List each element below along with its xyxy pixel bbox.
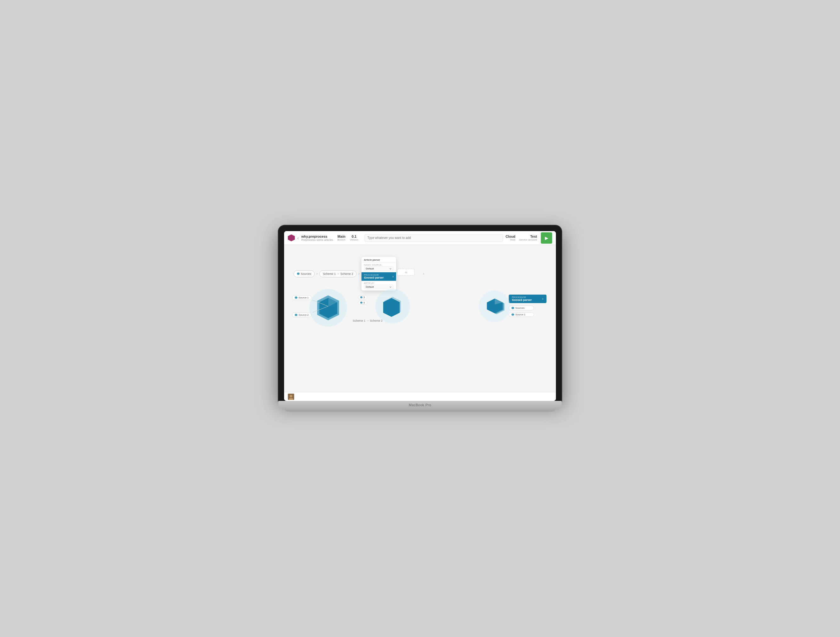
hex-circle-center [375, 289, 410, 323]
scheme-center-text: Scheme 1 → Scheme 2 [353, 319, 382, 322]
laptop-foot [285, 408, 555, 412]
pipeline-row: Sources › Scheme 1 → Scheme 2 › [294, 257, 424, 290]
pipeline-arrow-1: › [316, 272, 317, 276]
mini-badge-2[interactable]: S [358, 301, 367, 305]
branch-name: Main [338, 235, 346, 238]
right-source1-label: Source 1 [515, 313, 526, 316]
laptop-base: MacBook Pro [278, 401, 562, 408]
processor-section[interactable]: PROCESSOR Goose3 parser › [362, 272, 396, 281]
source1-cluster: Source 1 [292, 295, 311, 302]
search-input[interactable] [365, 234, 503, 242]
source1-node[interactable]: Source 1 [292, 295, 311, 300]
project-name: why.preprocess [302, 235, 333, 238]
canvas: Sources › Scheme 1 → Scheme 2 › [284, 245, 556, 392]
article-label: ARTICLE [364, 282, 393, 284]
hex-circle-left [309, 289, 347, 327]
sources-node[interactable]: Sources [294, 270, 314, 278]
host-info: Cloud Host [505, 235, 515, 241]
right-processor-inner: PROCESSOR Goose3 parser [512, 296, 532, 301]
pipeline-arrow-2: › [358, 272, 359, 276]
news-source-label: NEWS SOURCE [364, 264, 393, 266]
article-value: Default [366, 285, 374, 288]
news-source-value: Default [366, 267, 374, 270]
right-processor-name: Goose3 parser [512, 298, 532, 301]
right-processor-label: PROCESSOR [512, 296, 532, 298]
scheme2-label: Scheme 2 [340, 272, 353, 276]
right-source1-node[interactable]: Source 1 [509, 312, 534, 317]
project-subtitle: Preprocess some articles [302, 238, 333, 241]
right-source1-icon [512, 314, 514, 316]
scheme-center-label: Scheme 1 → Scheme 2 [353, 317, 382, 323]
popup-title: Article parser [362, 257, 396, 263]
sources-label: Sources [301, 272, 311, 276]
scheme1-label: Scheme 1 [323, 272, 336, 276]
laptop: ‹ why.preprocess Preprocess some article… [278, 225, 562, 412]
processor-inner: PROCESSOR Goose3 parser [364, 274, 384, 279]
source2-node[interactable]: Source 2 [292, 312, 311, 317]
scheme-arrow: → [336, 272, 339, 276]
add-node-button[interactable]: + [397, 269, 415, 276]
app-logo[interactable] [288, 235, 295, 241]
scheme-node[interactable]: Scheme 1 → Scheme 2 [319, 270, 357, 278]
laptop-screen: ‹ why.preprocess Preprocess some article… [284, 231, 556, 401]
svg-point-15 [290, 395, 292, 397]
version-label: Version [350, 238, 358, 241]
topbar-right: Cloud Host Test Service account [505, 232, 552, 244]
mini-badge-1[interactable]: S [358, 295, 367, 299]
mini-badges: S S [358, 295, 367, 305]
popup-area: Article parser NEWS SOURCE Default [362, 257, 396, 290]
processor-arrow-icon: › [392, 275, 393, 278]
branch-label: Branch [338, 238, 346, 241]
popup-card: Article parser NEWS SOURCE Default [362, 257, 396, 290]
source2-icon [295, 314, 297, 316]
mini-badge-icon-2 [360, 301, 362, 304]
right-processor-arrow-icon: › [542, 297, 543, 301]
project-info: why.preprocess Preprocess some articles [302, 235, 333, 241]
news-source-field[interactable]: Default [364, 266, 393, 271]
topbar: ‹ why.preprocess Preprocess some article… [284, 231, 556, 245]
bottom-bar [284, 392, 556, 401]
screen-bezel: ‹ why.preprocess Preprocess some article… [278, 225, 562, 401]
app-container: ‹ why.preprocess Preprocess some article… [284, 231, 556, 401]
news-source-section: NEWS SOURCE Default [362, 263, 396, 272]
source1-label: Source 1 [298, 296, 309, 299]
host-label: Host [510, 238, 515, 241]
source1-icon [295, 296, 297, 299]
sources-icon [297, 273, 300, 275]
right-processor-area: PROCESSOR Goose3 parser › Sources [509, 295, 546, 319]
hex-circle-right [479, 290, 510, 322]
right-sources-label: Sources [515, 307, 524, 309]
back-button[interactable]: ‹ [297, 235, 299, 241]
host-value: Cloud [505, 235, 515, 238]
right-processor-card[interactable]: PROCESSOR Goose3 parser › [509, 295, 546, 303]
mini-badge-label-1: S [363, 296, 365, 299]
right-sources-icon [512, 307, 514, 309]
version-value: 0.1 [352, 235, 357, 238]
right-sources-node[interactable]: Sources [509, 306, 534, 310]
source2-label: Source 2 [298, 314, 309, 316]
account-value: Test [530, 235, 537, 238]
pipeline-arrow-3: › [423, 272, 424, 276]
version-info: 0.1 Version [350, 235, 358, 241]
account-info: Test Service account [519, 235, 537, 241]
laptop-model-label: MacBook Pro [409, 403, 431, 407]
run-button[interactable] [541, 232, 552, 244]
processor-name: Goose3 parser [364, 276, 384, 279]
article-field[interactable]: Default [364, 285, 393, 289]
avatar[interactable] [288, 394, 294, 400]
mini-badge-label-2: S [363, 301, 365, 304]
source2-cluster: Source 2 [292, 312, 311, 319]
mini-badge-icon-1 [360, 296, 362, 298]
right-sources: Sources Source 1 [509, 306, 546, 317]
laptop-notch [407, 225, 433, 230]
branch-info: Main Branch [338, 235, 346, 241]
account-label: Service account [519, 238, 537, 241]
processor-label: PROCESSOR [364, 274, 384, 276]
